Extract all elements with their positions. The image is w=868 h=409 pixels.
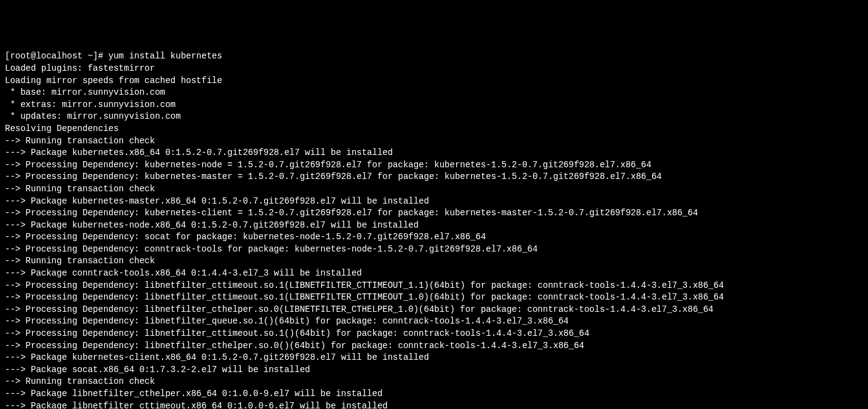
output-line: ---> Package kubernetes-client.x86_64 0:… — [5, 352, 863, 364]
output-line: ---> Package conntrack-tools.x86_64 0:1.… — [5, 268, 863, 280]
output-line: * updates: mirror.sunnyvision.com — [5, 111, 863, 123]
terminal-output[interactable]: [root@localhost ~]# yum install kubernet… — [5, 50, 863, 409]
output-line: --> Processing Dependency: libnetfilter_… — [5, 340, 863, 352]
output-line: --> Processing Dependency: libnetfilter_… — [5, 328, 863, 340]
output-line: * extras: mirror.sunnyvision.com — [5, 99, 863, 111]
output-line: Loaded plugins: fastestmirror — [5, 63, 863, 75]
output-line: --> Processing Dependency: socat for pac… — [5, 231, 863, 244]
shell-prompt: [root@localhost ~]# — [5, 51, 108, 61]
output-line: --> Processing Dependency: libnetfilter_… — [5, 304, 863, 316]
output-line: ---> Package kubernetes-node.x86_64 0:1.… — [5, 220, 863, 232]
output-line: ---> Package kubernetes-master.x86_64 0:… — [5, 196, 863, 208]
entered-command: yum install kubernetes — [108, 51, 222, 61]
output-line: Loading mirror speeds from cached hostfi… — [5, 75, 863, 87]
output-line: ---> Package socat.x86_64 0:1.7.3.2-2.el… — [5, 364, 863, 376]
output-line: * base: mirror.sunnyvision.com — [5, 87, 863, 99]
command-line: [root@localhost ~]# yum install kubernet… — [5, 50, 863, 63]
output-line: --> Processing Dependency: libnetfilter_… — [5, 280, 863, 292]
output-line: ---> Package libnetfilter_cttimeout.x86_… — [5, 400, 863, 409]
output-line: --> Running transaction check — [5, 376, 863, 388]
output-line: --> Running transaction check — [5, 255, 863, 268]
output-line: --> Processing Dependency: conntrack-too… — [5, 244, 863, 256]
output-line: --> Running transaction check — [5, 183, 863, 196]
output-line: --> Processing Dependency: kubernetes-cl… — [5, 207, 863, 220]
output-line: ---> Package libnetfilter_cthelper.x86_6… — [5, 388, 863, 400]
output-line: --> Processing Dependency: libnetfilter_… — [5, 292, 863, 304]
output-line: --> Processing Dependency: libnetfilter_… — [5, 316, 863, 328]
output-line: --> Running transaction check — [5, 135, 863, 148]
output-line: ---> Package kubernetes.x86_64 0:1.5.2-0… — [5, 147, 863, 159]
output-line: --> Processing Dependency: kubernetes-no… — [5, 159, 863, 172]
output-line: Resolving Dependencies — [5, 123, 863, 135]
output-line: --> Processing Dependency: kubernetes-ma… — [5, 171, 863, 183]
